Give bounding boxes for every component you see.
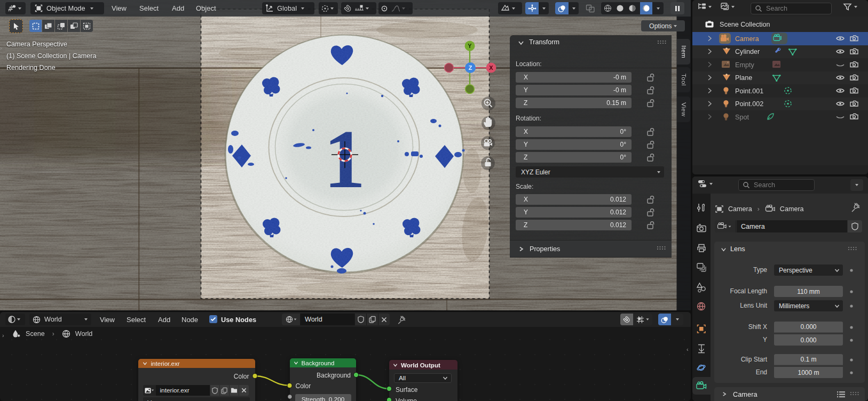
svg-text:Point.001: Point.001 xyxy=(735,87,763,95)
svg-text:Z: Z xyxy=(469,65,472,71)
svg-text:Plane: Plane xyxy=(735,74,752,82)
svg-text:Empty: Empty xyxy=(735,61,754,69)
svg-text:Y: Y xyxy=(468,43,472,49)
svg-text:Camera: Camera xyxy=(735,35,759,43)
svg-text:Point.002: Point.002 xyxy=(735,100,763,108)
svg-text:X: X xyxy=(489,65,493,71)
svg-text:Cylinder: Cylinder xyxy=(735,48,760,55)
svg-text:Spot: Spot xyxy=(735,114,749,121)
